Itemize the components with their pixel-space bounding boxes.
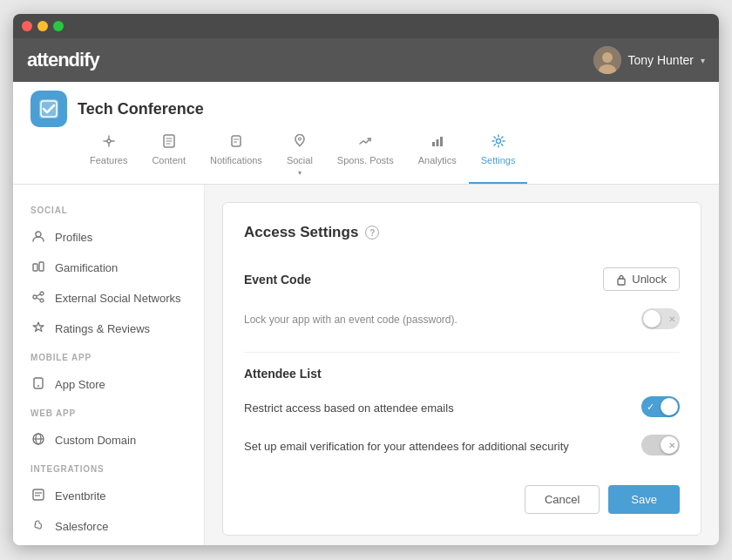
ratings-label: Ratings & Reviews	[55, 322, 150, 335]
traffic-lights	[22, 21, 64, 31]
salesforce-label: Salesforce	[55, 520, 108, 533]
svg-point-20	[40, 299, 44, 302]
sidebar-item-external-social[interactable]: External Social Networks	[13, 283, 204, 314]
content-icon	[162, 134, 176, 152]
content-area: Access Settings ? Event Code Unlock Lock…	[205, 185, 719, 545]
sidebar-item-ratings[interactable]: Ratings & Reviews	[13, 314, 204, 344]
svg-rect-33	[618, 279, 625, 285]
logo-area: attendify	[27, 49, 99, 71]
unlock-button[interactable]: Unlock	[603, 267, 680, 291]
sidebar-item-custom-domain[interactable]: Custom Domain	[13, 425, 204, 455]
settings-title-text: Access Settings	[244, 224, 358, 241]
help-icon[interactable]: ?	[365, 226, 379, 240]
tab-features[interactable]: Features	[78, 127, 139, 184]
sidebar-item-salesforce[interactable]: Salesforce	[13, 511, 204, 542]
toggle-disabled-x: ✕	[668, 441, 675, 450]
svg-point-15	[36, 232, 41, 237]
tab-features-label: Features	[90, 155, 127, 165]
svg-line-22	[37, 298, 40, 300]
maximize-button[interactable]	[53, 21, 64, 31]
restrict-access-toggle-thumb	[661, 398, 678, 415]
svg-rect-7	[232, 136, 241, 146]
svg-rect-11	[432, 142, 435, 146]
event-icon	[30, 91, 67, 127]
email-verification-toggle-track[interactable]: ✕	[641, 435, 680, 455]
gamification-label: Gamification	[55, 261, 118, 274]
svg-rect-23	[34, 378, 43, 388]
event-code-description: Lock your app with an event code (passwo…	[244, 314, 458, 326]
toggle-on-icon: ✓	[647, 401, 654, 413]
event-code-toggle-track[interactable]: ✕	[641, 308, 680, 329]
user-area[interactable]: Tony Hunter ▾	[593, 46, 705, 74]
titlebar	[13, 14, 719, 38]
svg-rect-13	[440, 137, 443, 146]
sidebar-item-app-store[interactable]: App Store	[13, 369, 204, 400]
tab-spons-posts[interactable]: Spons. Posts	[325, 127, 406, 184]
svg-rect-28	[33, 489, 44, 500]
profiles-label: Profiles	[55, 231, 92, 244]
gamification-icon	[30, 260, 46, 276]
section-divider	[244, 352, 680, 353]
tab-notifications[interactable]: Notifications	[198, 127, 274, 184]
profiles-icon	[30, 229, 46, 246]
cancel-button[interactable]: Cancel	[525, 485, 600, 514]
tab-analytics-label: Analytics	[418, 155, 457, 165]
save-button[interactable]: Save	[608, 485, 680, 514]
tab-social[interactable]: Social ▾	[274, 127, 325, 184]
tab-notifications-label: Notifications	[210, 155, 262, 165]
external-social-icon	[30, 290, 46, 307]
svg-point-1	[602, 52, 613, 63]
svg-point-18	[33, 295, 37, 299]
email-verification-label: Set up email verification for your atten…	[244, 440, 569, 453]
tab-settings[interactable]: Settings	[469, 127, 528, 184]
sidebar-section-integrations: INTEGRATIONS	[13, 464, 204, 481]
settings-title: Access Settings ?	[244, 224, 680, 241]
tab-social-label: Social	[287, 155, 313, 165]
svg-point-10	[298, 138, 301, 140]
app-store-label: App Store	[55, 378, 105, 391]
external-social-label: External Social Networks	[55, 292, 181, 305]
svg-point-5	[107, 139, 111, 143]
close-button[interactable]	[22, 21, 32, 31]
event-code-toggle-thumb	[643, 310, 661, 327]
panel-footer: Cancel Save	[244, 485, 680, 514]
custom-domain-label: Custom Domain	[55, 434, 136, 447]
unlock-label: Unlock	[632, 273, 667, 286]
sidebar-item-gamification[interactable]: Gamification	[13, 253, 204, 283]
user-menu-chevron[interactable]: ▾	[701, 56, 705, 65]
restrict-access-toggle[interactable]: ✓	[641, 396, 680, 417]
svg-line-21	[37, 294, 40, 296]
event-code-row: Event Code Unlock	[244, 259, 680, 300]
sidebar-section-webapp: WEB APP	[13, 408, 204, 425]
sidebar-item-profiles[interactable]: Profiles	[13, 222, 204, 253]
email-verification-toggle[interactable]: ✕	[641, 435, 680, 455]
social-dropdown-arrow: ▾	[298, 169, 302, 177]
custom-domain-icon	[30, 432, 46, 449]
tab-content[interactable]: Content	[139, 127, 198, 184]
app-store-icon	[30, 376, 46, 393]
event-code-label: Event Code	[244, 273, 311, 287]
tab-analytics[interactable]: Analytics	[406, 127, 469, 184]
event-code-toggle[interactable]: ✕	[641, 308, 680, 329]
svg-rect-16	[33, 264, 37, 271]
eventbrite-label: Eventbrite	[55, 489, 106, 503]
nav-tabs: Features Content Notifications Social ▾	[60, 127, 719, 184]
svg-point-19	[40, 292, 44, 295]
settings-panel: Access Settings ? Event Code Unlock Lock…	[222, 202, 702, 536]
sidebar-item-eventbrite[interactable]: Eventbrite	[13, 481, 204, 511]
email-verification-row: Set up email verification for your atten…	[244, 426, 680, 464]
tab-settings-label: Settings	[481, 155, 516, 165]
restrict-access-toggle-track[interactable]: ✓	[641, 396, 680, 417]
topbar: attendify Tony Hunter ▾	[13, 38, 719, 82]
attendee-list-label: Attendee List	[244, 367, 680, 381]
sidebar-section-mobile: MOBILE APP	[13, 353, 204, 369]
ratings-icon	[30, 320, 46, 337]
svg-rect-17	[39, 262, 44, 271]
restrict-access-row: Restrict access based on attendee emails…	[244, 388, 680, 426]
app-header: Tech Conference Features Content Notific…	[13, 82, 719, 185]
social-icon	[293, 134, 307, 152]
tab-spons-posts-label: Spons. Posts	[337, 155, 394, 165]
sidebar-section-social: SOCIAL	[13, 206, 204, 222]
minimize-button[interactable]	[37, 21, 48, 31]
main-content: SOCIAL Profiles Gamification External So…	[13, 185, 719, 545]
